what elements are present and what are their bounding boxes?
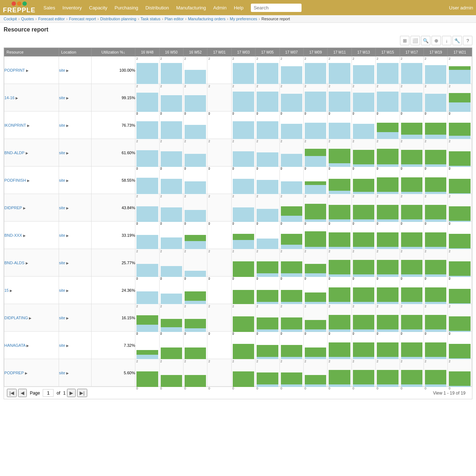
expand-arrow[interactable]: ▶: [26, 69, 29, 72]
bar-blue: [136, 93, 158, 112]
location-link[interactable]: site: [59, 178, 65, 182]
page-next-btn[interactable]: ▶: [67, 389, 76, 397]
resource-link[interactable]: BND-ALDP: [4, 151, 24, 155]
toolbar-table-btn[interactable]: ⊞: [400, 36, 409, 45]
toolbar-download-btn[interactable]: ↓: [442, 36, 451, 45]
location-link[interactable]: site: [59, 206, 65, 210]
chart-bar-area: [328, 226, 350, 249]
location-arrow[interactable]: ▶: [66, 151, 69, 155]
location-arrow[interactable]: ▶: [66, 206, 69, 210]
location-arrow[interactable]: ▶: [66, 69, 69, 72]
bc-quotes[interactable]: Quotes: [21, 17, 34, 21]
resource-link[interactable]: IKONPRINT: [4, 123, 26, 127]
toolbar-settings-btn[interactable]: ⊕: [431, 36, 441, 45]
toolbar-wrench-btn[interactable]: 🔧: [452, 36, 462, 45]
location-arrow[interactable]: ▶: [66, 261, 69, 265]
chart-bar-area: [353, 170, 375, 194]
expand-arrow[interactable]: ▶: [26, 151, 28, 155]
expand-arrow[interactable]: ▶: [16, 96, 18, 100]
resource-link[interactable]: DIDPLATING: [4, 316, 28, 320]
page-first-btn[interactable]: |◀: [7, 389, 17, 397]
nav-sales[interactable]: Sales: [41, 4, 58, 12]
nav-purchasing[interactable]: Purchasing: [112, 4, 141, 12]
location-arrow[interactable]: ▶: [66, 316, 69, 320]
location-arrow[interactable]: ▶: [66, 371, 69, 375]
location-arrow[interactable]: ▶: [66, 179, 69, 182]
bc-my-preferences[interactable]: My preferences: [230, 17, 257, 21]
chart-top-label: 2: [425, 277, 447, 281]
location-link[interactable]: site: [59, 96, 65, 100]
location-link[interactable]: site: [59, 343, 65, 347]
nav-help[interactable]: Help: [231, 4, 247, 12]
location-arrow[interactable]: ▶: [66, 289, 69, 292]
bc-forecast-report[interactable]: Forecast report: [69, 17, 96, 21]
expand-arrow[interactable]: ▶: [29, 316, 31, 320]
location-arrow[interactable]: ▶: [66, 96, 69, 100]
location-link[interactable]: site: [59, 371, 65, 375]
chart-top-label: 2: [425, 305, 447, 308]
nav-capacity[interactable]: Capacity: [86, 4, 110, 12]
expand-arrow[interactable]: ▶: [23, 234, 26, 237]
bar-green: [257, 345, 278, 357]
page-last-btn[interactable]: ▶|: [77, 389, 87, 397]
expand-arrow[interactable]: ▶: [27, 124, 30, 127]
expand-arrow[interactable]: ▶: [25, 371, 28, 375]
bar-green: [329, 342, 350, 357]
expand-arrow[interactable]: ▶: [26, 344, 29, 347]
resource-link[interactable]: BND-XXX: [4, 233, 22, 237]
nav-inventory[interactable]: Inventory: [60, 4, 85, 12]
location-link[interactable]: site: [59, 316, 65, 320]
location-link[interactable]: site: [59, 123, 65, 127]
resource-link[interactable]: PODFINISH: [4, 178, 26, 182]
location-link[interactable]: site: [59, 68, 65, 72]
cell-chart-week-10: 20: [376, 277, 400, 304]
page-number-input[interactable]: [43, 389, 54, 397]
resource-link[interactable]: PODPREP: [4, 371, 24, 375]
nav-distribution[interactable]: Distribution: [143, 4, 172, 12]
chart-top-label: 2: [401, 222, 423, 226]
location-link[interactable]: site: [59, 151, 65, 155]
location-link[interactable]: site: [59, 261, 65, 265]
resource-link[interactable]: 14-16: [4, 96, 14, 100]
expand-arrow[interactable]: ▶: [10, 289, 12, 292]
toolbar-search-btn[interactable]: 🔍: [421, 36, 430, 45]
col-header-utilization[interactable]: Utilization %↓: [92, 48, 135, 56]
col-header-location: Location: [59, 48, 92, 56]
chart-top-label: 2: [256, 140, 278, 143]
expand-arrow[interactable]: ▶: [27, 179, 30, 182]
resource-link[interactable]: HANAGATA: [4, 343, 25, 347]
chart-bar-area: [160, 143, 182, 167]
logo-circles: [12, 1, 27, 6]
expand-arrow[interactable]: ▶: [26, 261, 28, 265]
resource-link[interactable]: DIDPREP: [4, 206, 22, 210]
user-menu[interactable]: User admin: [449, 5, 473, 10]
cell-chart-week-10: 20: [376, 359, 400, 387]
location-link[interactable]: site: [59, 288, 65, 292]
cell-chart-week-5: 20: [256, 277, 279, 304]
chart-bar-area: [281, 115, 303, 139]
cell-chart-week-5: 20: [256, 222, 279, 249]
nav-manufacturing[interactable]: Manufacturing: [173, 4, 209, 12]
bc-distribution-planning[interactable]: Distribution planning: [100, 17, 136, 21]
location-arrow[interactable]: ▶: [66, 344, 69, 347]
resource-link[interactable]: PODPRINT: [4, 68, 25, 72]
bc-forecast-editor[interactable]: Forecast editor: [38, 17, 65, 21]
nav-admin[interactable]: Admin: [210, 4, 229, 12]
location-arrow[interactable]: ▶: [66, 234, 69, 237]
toolbar-help-btn[interactable]: ?: [463, 36, 472, 45]
location-link[interactable]: site: [59, 233, 65, 237]
bc-cockpit[interactable]: Cockpit: [4, 17, 17, 21]
location-arrow[interactable]: ▶: [66, 124, 69, 127]
bc-task-status[interactable]: Task status: [140, 17, 160, 21]
resource-link[interactable]: BND-ALDS: [4, 261, 25, 265]
bc-manufacturing-orders[interactable]: Manufacturing orders: [188, 17, 226, 21]
resource-link[interactable]: 15: [4, 288, 9, 292]
search-input[interactable]: [251, 4, 302, 12]
expand-arrow[interactable]: ▶: [23, 206, 26, 210]
chart-top-label: 2: [136, 277, 158, 281]
bar-blue: [401, 63, 422, 84]
bar-blue: [161, 121, 182, 139]
page-prev-btn[interactable]: ◀: [18, 389, 27, 397]
toolbar-chart-btn[interactable]: ⬜: [410, 36, 420, 45]
bc-plan-editor[interactable]: Plan editor: [165, 17, 184, 21]
